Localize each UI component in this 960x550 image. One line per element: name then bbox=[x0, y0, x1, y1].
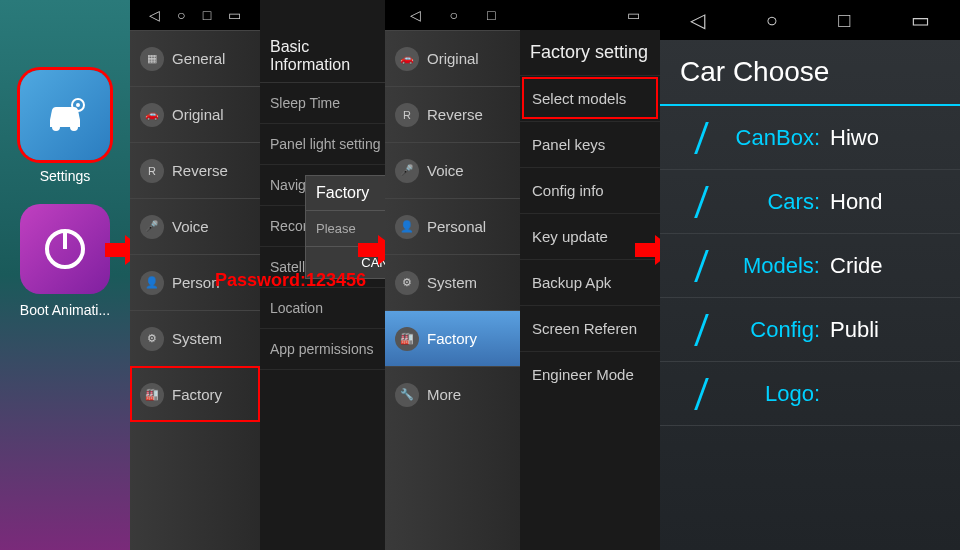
boot-animation-app-icon[interactable]: Boot Animati... bbox=[20, 204, 110, 318]
arrow-icon bbox=[105, 235, 130, 265]
factory-row-engineer-mode[interactable]: Engineer Mode bbox=[520, 351, 660, 397]
gear-icon: ⚙ bbox=[140, 327, 164, 351]
person-icon: 👤 bbox=[140, 271, 164, 295]
svg-point-0 bbox=[52, 123, 60, 131]
sidebar-item-original[interactable]: 🚗 Original bbox=[130, 86, 260, 142]
info-row-sleep[interactable]: Sleep Time bbox=[260, 83, 385, 124]
factory-row-config-info[interactable]: Config info bbox=[520, 167, 660, 213]
sidebar-label: Voice bbox=[427, 162, 464, 179]
image-icon[interactable]: ▭ bbox=[228, 7, 241, 23]
sidebar-label: Personal bbox=[427, 218, 486, 235]
car-gear-icon bbox=[40, 95, 90, 135]
svg-marker-7 bbox=[358, 235, 385, 265]
info-row-location[interactable]: Location bbox=[260, 288, 385, 329]
basic-info-title: Basic Information bbox=[260, 30, 385, 83]
sidebar-label: Factory bbox=[427, 330, 477, 347]
android-nav-bar: ◁ ○ □ ▭ bbox=[130, 0, 260, 30]
grid-icon: ▦ bbox=[140, 47, 164, 71]
home-screen: Settings Boot Animati... bbox=[0, 0, 130, 550]
factory-row-backup-apk[interactable]: Backup Apk bbox=[520, 259, 660, 305]
models-label: Models: bbox=[670, 253, 830, 279]
boot-label: Boot Animati... bbox=[20, 302, 110, 318]
sidebar-label: General bbox=[172, 50, 225, 67]
settings-label: Settings bbox=[40, 168, 91, 184]
password-annotation: Password:123456 bbox=[215, 270, 366, 291]
sidebar-label: Person bbox=[172, 274, 220, 291]
sidebar-item-voice[interactable]: 🎤 Voice bbox=[130, 198, 260, 254]
sidebar-label: Factory bbox=[172, 386, 222, 403]
image-icon[interactable]: ▭ bbox=[627, 7, 640, 23]
car-icon: 🚗 bbox=[395, 47, 419, 71]
sidebar-item-system[interactable]: ⚙ System bbox=[385, 254, 520, 310]
car-row-cars[interactable]: Cars: Hond bbox=[660, 170, 960, 234]
arrow-icon bbox=[635, 235, 660, 265]
info-row-app-permissions[interactable]: App permissions bbox=[260, 329, 385, 370]
android-nav-bar: ◁ ○ □ ▭ bbox=[660, 0, 960, 40]
android-nav-bar: ◁ ○ □ bbox=[385, 0, 520, 30]
cars-label: Cars: bbox=[670, 189, 830, 215]
r-icon: R bbox=[140, 159, 164, 183]
svg-point-1 bbox=[70, 123, 78, 131]
car-row-logo[interactable]: Logo: bbox=[660, 362, 960, 426]
building-icon: 🏭 bbox=[140, 383, 164, 407]
svg-marker-6 bbox=[105, 235, 130, 265]
sidebar-item-personal[interactable]: 👤 Personal bbox=[385, 198, 520, 254]
car-row-config[interactable]: Config: Publi bbox=[660, 298, 960, 362]
svg-point-3 bbox=[76, 103, 80, 107]
settings-panel-3: ◁ ○ □ 🚗 Original R Reverse 🎤 Voice 👤 Per… bbox=[385, 0, 660, 550]
canbox-value: Hiwo bbox=[830, 125, 879, 151]
back-icon[interactable]: ◁ bbox=[690, 8, 705, 32]
sidebar-label: System bbox=[427, 274, 477, 291]
config-label: Config: bbox=[670, 317, 830, 343]
car-row-models[interactable]: Models: Cride bbox=[660, 234, 960, 298]
sidebar-label: Voice bbox=[172, 218, 209, 235]
sidebar-item-voice[interactable]: 🎤 Voice bbox=[385, 142, 520, 198]
canbox-label: CanBox: bbox=[670, 125, 830, 151]
sidebar-label: System bbox=[172, 330, 222, 347]
car-choose-title: Car Choose bbox=[660, 40, 960, 106]
mic-icon: 🎤 bbox=[395, 159, 419, 183]
sidebar-item-system[interactable]: ⚙ System bbox=[130, 310, 260, 366]
models-value: Cride bbox=[830, 253, 883, 279]
factory-settings-title: Factory setting bbox=[520, 30, 660, 75]
settings-app-icon[interactable]: Settings bbox=[20, 70, 110, 184]
recent-icon[interactable]: □ bbox=[838, 9, 850, 32]
sidebar-label: More bbox=[427, 386, 461, 403]
factory-row-select-models[interactable]: Select models bbox=[520, 75, 660, 121]
dialog-title: Factory bbox=[306, 176, 385, 211]
config-value: Publi bbox=[830, 317, 879, 343]
car-icon: 🚗 bbox=[140, 103, 164, 127]
settings-sidebar-3: ◁ ○ □ 🚗 Original R Reverse 🎤 Voice 👤 Per… bbox=[385, 0, 520, 550]
home-icon[interactable]: ○ bbox=[450, 7, 458, 23]
sidebar-label: Original bbox=[172, 106, 224, 123]
car-choose-panel: ◁ ○ □ ▭ Car Choose CanBox: Hiwo Cars: Ho… bbox=[660, 0, 960, 550]
info-row-panel-light[interactable]: Panel light setting bbox=[260, 124, 385, 165]
back-icon[interactable]: ◁ bbox=[410, 7, 421, 23]
home-icon[interactable]: ○ bbox=[766, 9, 778, 32]
sidebar-item-factory[interactable]: 🏭 Factory bbox=[385, 310, 520, 366]
sidebar-label: Original bbox=[427, 50, 479, 67]
power-icon bbox=[40, 224, 90, 274]
building-icon: 🏭 bbox=[395, 327, 419, 351]
image-icon[interactable]: ▭ bbox=[911, 8, 930, 32]
logo-label: Logo: bbox=[670, 381, 830, 407]
car-row-canbox[interactable]: CanBox: Hiwo bbox=[660, 106, 960, 170]
person-icon: 👤 bbox=[395, 215, 419, 239]
sidebar-item-factory[interactable]: 🏭 Factory bbox=[130, 366, 260, 422]
sidebar-label: Reverse bbox=[172, 162, 228, 179]
sidebar-item-more[interactable]: 🔧 More bbox=[385, 366, 520, 422]
sidebar-item-reverse[interactable]: R Reverse bbox=[130, 142, 260, 198]
sidebar-label: Reverse bbox=[427, 106, 483, 123]
factory-row-screen-reference[interactable]: Screen Referen bbox=[520, 305, 660, 351]
sidebar-item-general[interactable]: ▦ General bbox=[130, 30, 260, 86]
recent-icon[interactable]: □ bbox=[203, 7, 211, 23]
svg-marker-8 bbox=[635, 235, 660, 265]
home-icon[interactable]: ○ bbox=[177, 7, 185, 23]
back-icon[interactable]: ◁ bbox=[149, 7, 160, 23]
factory-row-panel-keys[interactable]: Panel keys bbox=[520, 121, 660, 167]
android-nav-bar-right: ▭ bbox=[520, 0, 660, 30]
r-icon: R bbox=[395, 103, 419, 127]
sidebar-item-reverse[interactable]: R Reverse bbox=[385, 86, 520, 142]
recent-icon[interactable]: □ bbox=[487, 7, 495, 23]
sidebar-item-original[interactable]: 🚗 Original bbox=[385, 30, 520, 86]
